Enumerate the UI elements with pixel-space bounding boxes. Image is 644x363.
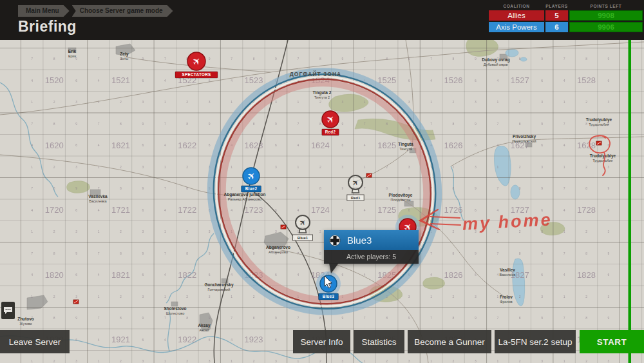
grid-subcell-digit: 7	[31, 122, 33, 126]
grid-cell-number: 1622	[178, 141, 196, 150]
grid-subcell-digit: 8	[453, 122, 455, 126]
grid-subcell-digit: 4	[497, 208, 498, 212]
leave-server-button[interactable]: Leave Server	[0, 330, 70, 353]
grid-subcell-digit: 8	[53, 316, 55, 320]
marker-red2[interactable]: ✈Red2	[322, 111, 339, 135]
grid-subcell-digit: 7	[164, 122, 166, 126]
grid-subcell-digit: 2	[453, 165, 455, 169]
grid-subcell-digit: 3	[475, 100, 477, 104]
grid-subcell-digit: 8	[53, 57, 55, 61]
grid-subcell-digit: 8	[386, 122, 388, 126]
grid-subcell-digit: 2	[585, 230, 587, 233]
breadcrumb-main-menu[interactable]: Main Menu	[18, 5, 70, 17]
grid-subcell-digit: 3	[408, 359, 410, 363]
start-button[interactable]: START	[580, 330, 644, 353]
grid-subcell-digit: 7	[564, 251, 565, 255]
grid-subcell-digit: 4	[98, 208, 100, 212]
svg-text:Zhutovo: Zhutovo	[17, 317, 34, 321]
grid-subcell-digit: 3	[608, 230, 610, 233]
chat-button[interactable]	[1, 302, 15, 319]
svg-text:Abganerovo junction: Abganerovo junction	[224, 192, 266, 197]
svg-text:Abganerovo: Abganerovo	[266, 245, 290, 250]
grid-subcell-digit: 8	[585, 316, 587, 320]
grid-subcell-digit: 6	[475, 273, 477, 277]
grid-subcell-digit: 4	[430, 79, 432, 83]
grid-subcell-digit: 9	[209, 57, 211, 61]
plane-setup-button[interactable]: La-5FN ser.2 setup	[495, 330, 576, 353]
grid-subcell-digit: 6	[75, 273, 77, 277]
grid-subcell-digit: 8	[253, 316, 255, 320]
grid-subcell-digit: 4	[564, 143, 565, 147]
grid-subcell-digit: 9	[75, 186, 77, 190]
grid-subcell-digit: 1	[98, 100, 100, 104]
grid-subcell-digit: 7	[364, 186, 366, 190]
ground-unit-icon[interactable]	[281, 225, 286, 229]
grid-subcell-digit: 1	[430, 295, 432, 299]
grid-subcell-digit: 9	[275, 57, 277, 61]
grid-subcell-digit: 8	[253, 57, 255, 61]
svg-text:Зеты: Зеты	[120, 57, 129, 61]
svg-text:Red2: Red2	[325, 130, 336, 134]
grid-subcell-digit: 1	[497, 359, 498, 363]
grid-subcell-digit: 6	[142, 79, 144, 83]
grid-subcell-digit: 3	[142, 295, 144, 299]
grid-subcell-digit: 4	[164, 338, 166, 342]
grid-subcell-digit: 3	[142, 165, 144, 169]
grid-subcell-digit: 8	[319, 186, 321, 190]
grid-subcell-digit: 1	[164, 100, 166, 104]
grid-subcell-digit: 8	[519, 251, 521, 255]
grid-subcell-digit: 9	[341, 316, 343, 320]
ground-unit-icon[interactable]	[73, 300, 79, 304]
grid-subcell-digit: 4	[164, 79, 166, 83]
grid-subcell-digit: 4	[31, 273, 33, 277]
allies-name: Allies	[489, 10, 544, 21]
grid-subcell-digit: 3	[209, 100, 211, 104]
grid-cell-number: 1725	[377, 205, 396, 215]
breadcrumb-choose-server-game-mode[interactable]: Choose Server game mode	[72, 5, 173, 17]
grid-subcell-digit: 9	[475, 122, 477, 126]
grid-cell-number: 1723	[245, 205, 263, 215]
server-info-button[interactable]: Server Info	[293, 330, 350, 353]
grid-subcell-digit: 1	[298, 359, 299, 363]
grid-subcell-digit: 2	[186, 295, 188, 299]
svg-text:Разъезд Абганерово: Разъезд Абганерово	[228, 197, 261, 201]
axis-points-left: 9906	[569, 22, 643, 32]
grid-subcell-digit: 3	[341, 165, 343, 169]
grid-subcell-digit: 7	[164, 186, 166, 190]
grid-subcell-digit: 4	[364, 143, 366, 147]
svg-text:Blue3: Blue3	[323, 294, 335, 299]
briefing-map[interactable]: 1520123467891521123467891522123467891523…	[0, 40, 644, 363]
statistics-button[interactable]: Statistics	[354, 330, 404, 353]
ground-unit-icon[interactable]	[596, 141, 601, 145]
grid-subcell-digit: 9	[475, 57, 477, 61]
svg-text:Sholestovo: Sholestovo	[164, 306, 186, 311]
become-a-gunner-button[interactable]: Become a Gunner	[408, 330, 491, 353]
grid-subcell-digit: 4	[231, 208, 232, 212]
grid-subcell-digit: 9	[75, 251, 77, 255]
grid-subcell-digit: 3	[608, 295, 610, 299]
grid-subcell-digit: 9	[142, 251, 144, 255]
svg-text:Trudolyubiye: Trudolyubiye	[586, 117, 612, 123]
grid-subcell-digit: 3	[408, 100, 410, 104]
grid-subcell-digit: 8	[519, 122, 521, 126]
grid-subcell-digit: 7	[497, 251, 498, 255]
marker-blue2[interactable]: ✈Blue2	[242, 168, 261, 192]
grid-subcell-digit: 9	[408, 186, 410, 190]
svg-text:Тингута: Тингута	[399, 147, 412, 151]
grid-subcell-digit: 2	[386, 165, 388, 169]
grid-subcell-digit: 9	[275, 316, 277, 320]
grid-subcell-digit: 1	[430, 100, 432, 104]
coalition-row-allies: Allies 5 9908	[489, 10, 643, 21]
grid-subcell-digit: 3	[475, 295, 477, 299]
grid-subcell-digit: 2	[585, 100, 587, 104]
grid-subcell-digit: 6	[541, 79, 543, 83]
ground-unit-icon[interactable]	[366, 173, 372, 177]
grid-subcell-digit: 3	[408, 295, 410, 299]
grid-subcell-digit: 3	[608, 165, 610, 169]
grid-subcell-digit: 3	[341, 100, 343, 104]
grid-cell-number: 1726	[444, 205, 462, 215]
grid-subcell-digit: 2	[186, 230, 188, 233]
grid-subcell-digit: 3	[475, 165, 477, 169]
grid-subcell-digit: 1	[164, 165, 166, 169]
grid-subcell-digit: 1	[98, 295, 100, 299]
